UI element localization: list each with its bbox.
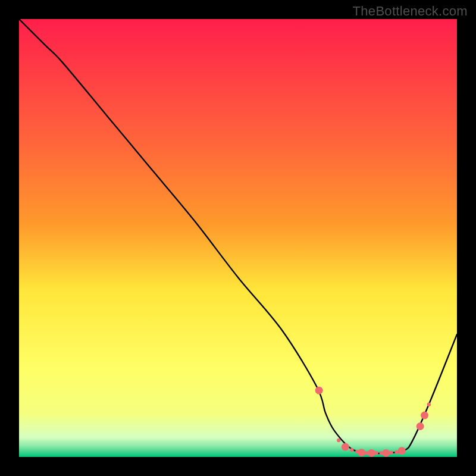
chart-svg: [19, 19, 457, 457]
data-point: [427, 402, 431, 406]
data-point: [382, 449, 390, 457]
data-point: [315, 387, 323, 394]
gradient-background: [19, 19, 457, 457]
data-point: [394, 450, 398, 454]
plot-area: [19, 19, 457, 457]
data-point: [358, 449, 365, 456]
data-point: [416, 422, 424, 430]
data-point: [337, 439, 340, 442]
chart-stage: TheBottleneck.com: [0, 0, 476, 476]
data-point: [398, 447, 406, 455]
data-point: [421, 412, 428, 419]
data-point: [389, 450, 393, 454]
data-point: [342, 443, 349, 451]
watermark-label: TheBottleneck.com: [353, 4, 468, 19]
data-point: [374, 451, 378, 455]
data-point: [368, 449, 375, 457]
data-point: [350, 448, 353, 452]
